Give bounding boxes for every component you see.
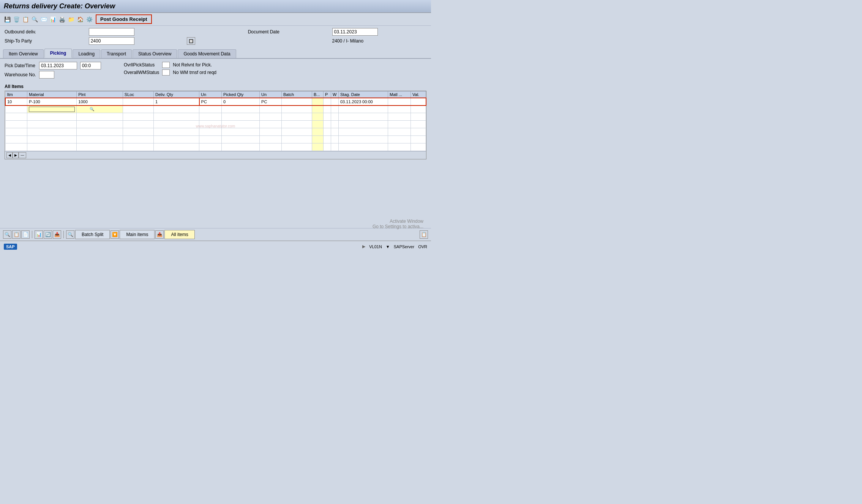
- col-b: B...: [312, 91, 324, 98]
- outbound-deliv-input[interactable]: [89, 28, 134, 36]
- email-icon[interactable]: ✉️: [39, 15, 48, 24]
- cell-picked-qty-2: [222, 106, 260, 113]
- page-title: Returns delivery Create: Overview: [4, 2, 115, 10]
- col-itm: Itm: [5, 91, 27, 98]
- cell-material-2[interactable]: [27, 106, 77, 113]
- search-btn[interactable]: 🔍: [90, 107, 94, 111]
- pick-date-input[interactable]: [39, 62, 77, 69]
- ship-to-detail-icon[interactable]: 🔲: [187, 37, 195, 45]
- scroll-mid-icon[interactable]: —: [19, 152, 26, 158]
- warehouse-no-label: Warehouse No.: [5, 72, 36, 77]
- pick-time-input[interactable]: [80, 62, 101, 69]
- filter-icon[interactable]: 🔽: [111, 230, 119, 239]
- cell-itm-2: [5, 106, 27, 113]
- cell-batch: [282, 98, 312, 106]
- save-icon[interactable]: 💾: [3, 15, 11, 24]
- bottom-toolbar: 🔍 📋 📄 📊 🔄 📥 🔍 Batch Split 🔽 Main items 📤…: [0, 228, 431, 241]
- cell-matl: [388, 98, 411, 106]
- folder-icon[interactable]: 📁: [67, 15, 75, 24]
- bottom-icon-4[interactable]: 📊: [35, 230, 43, 239]
- cell-un2-2: [260, 106, 282, 113]
- table-row[interactable]: 10 P-100 1000 1 PC 0 PC 03.: [5, 98, 426, 106]
- ovrl-pick-status-box: [162, 62, 170, 68]
- play-icon: ▶: [362, 244, 365, 249]
- overall-wm-status-label: OverallWMStatus: [124, 70, 159, 75]
- cell-deliv-qty-2: [154, 106, 199, 113]
- bottom-icon-2[interactable]: 📋: [12, 230, 21, 239]
- table-row: [5, 113, 426, 121]
- outbound-deliv-label: Outbound deliv.: [5, 29, 85, 35]
- table-row: [5, 121, 426, 128]
- chart-icon[interactable]: 📊: [49, 15, 57, 24]
- cell-un: PC: [199, 98, 222, 106]
- dropdown-icon[interactable]: ▼: [386, 244, 390, 249]
- header-area: Outbound deliv. Document Date Ship-To Pa…: [0, 26, 431, 47]
- table-row: [5, 136, 426, 143]
- print-icon[interactable]: 🖨️: [58, 15, 66, 24]
- activate-sub: Go to Settings to activa...: [373, 224, 423, 229]
- overall-wm-status-desc: No WM trnsf ord reqd: [173, 70, 216, 75]
- status-bar: SAP ▶ VL01N ▼ SAPServer OVR: [0, 241, 431, 252]
- tab-loading[interactable]: Loading: [73, 49, 100, 58]
- col-p: P: [324, 91, 331, 98]
- col-batch: Batch: [282, 91, 312, 98]
- col-picked-qty: Picked Qty: [222, 91, 260, 98]
- delete-icon[interactable]: 🗑️: [12, 15, 21, 24]
- transaction-code: VL01N: [369, 244, 382, 249]
- search-icon[interactable]: 🔍: [30, 15, 39, 24]
- settings-icon[interactable]: ⚙️: [85, 15, 93, 24]
- home-icon[interactable]: 🏠: [76, 15, 84, 24]
- bottom-icon-7[interactable]: 🔍: [66, 230, 74, 239]
- bottom-icon-5[interactable]: 🔄: [44, 230, 52, 239]
- col-sloc: SLoc: [123, 91, 153, 98]
- col-plnt: Plnt: [77, 91, 123, 98]
- cell-p-2: [324, 106, 331, 113]
- cell-b-2: [312, 106, 324, 113]
- post-goods-receipt-button[interactable]: Post Goods Receipt: [96, 14, 152, 24]
- plnt-input[interactable]: [78, 107, 90, 112]
- copy-icon[interactable]: 📋: [21, 15, 30, 24]
- table-row[interactable]: 🔍: [5, 106, 426, 113]
- bottom-icon-3[interactable]: 📄: [21, 230, 30, 239]
- document-date-input[interactable]: [332, 28, 378, 36]
- table-row: [5, 143, 426, 151]
- server-name: SAPServer: [394, 244, 414, 249]
- bottom-icon-6[interactable]: 📥: [53, 230, 61, 239]
- tab-status-overview[interactable]: Status Overview: [133, 49, 177, 58]
- tab-goods-movement[interactable]: Goods Movement Data: [178, 49, 236, 58]
- tab-transport[interactable]: Transport: [101, 49, 132, 58]
- cell-batch-2: [282, 106, 312, 113]
- warehouse-no-input[interactable]: [39, 71, 54, 79]
- sap-logo: SAP: [4, 244, 17, 250]
- overall-wm-status-box: [162, 69, 170, 76]
- cell-plnt-2[interactable]: 🔍: [77, 106, 123, 113]
- scroll-left-icon[interactable]: ◀: [6, 152, 13, 158]
- tab-item-overview[interactable]: Item Overview: [3, 49, 44, 58]
- batch-split-button[interactable]: Batch Split: [75, 230, 110, 239]
- cell-w-2: [331, 106, 339, 113]
- material-input[interactable]: [29, 107, 75, 112]
- scroll-right-icon[interactable]: ▶: [13, 152, 19, 158]
- main-items-button[interactable]: Main items: [120, 230, 155, 239]
- tab-picking[interactable]: Picking: [44, 49, 72, 58]
- all-items-button[interactable]: All items: [164, 230, 194, 239]
- cell-sloc-2: [123, 106, 153, 113]
- bottom-icon-copy[interactable]: 📋: [420, 230, 428, 239]
- ship-to-party-desc: 2400 / I- Milano: [332, 38, 427, 44]
- col-stag-date: Stag. Date: [339, 91, 388, 98]
- cell-material: P-100: [27, 98, 77, 106]
- ovrl-pick-status-desc: Not Relvnt for Pick.: [173, 62, 216, 68]
- col-matl: Matl ...: [388, 91, 411, 98]
- ship-to-party-input[interactable]: [89, 37, 134, 45]
- cell-plnt: 1000: [77, 98, 123, 106]
- cell-val-2: [411, 106, 426, 113]
- bottom-icon-1[interactable]: 🔍: [3, 230, 11, 239]
- cell-stag-date: 03.11.2023 00:00: [339, 98, 388, 106]
- cell-picked-qty: 0: [222, 98, 260, 106]
- col-deliv-qty: Deliv. Qty: [154, 91, 199, 98]
- cell-un2: PC: [260, 98, 282, 106]
- cell-stag-date-2: [339, 106, 388, 113]
- col-material: Material: [27, 91, 77, 98]
- col-un: Un: [199, 91, 222, 98]
- export-icon[interactable]: 📤: [155, 230, 164, 239]
